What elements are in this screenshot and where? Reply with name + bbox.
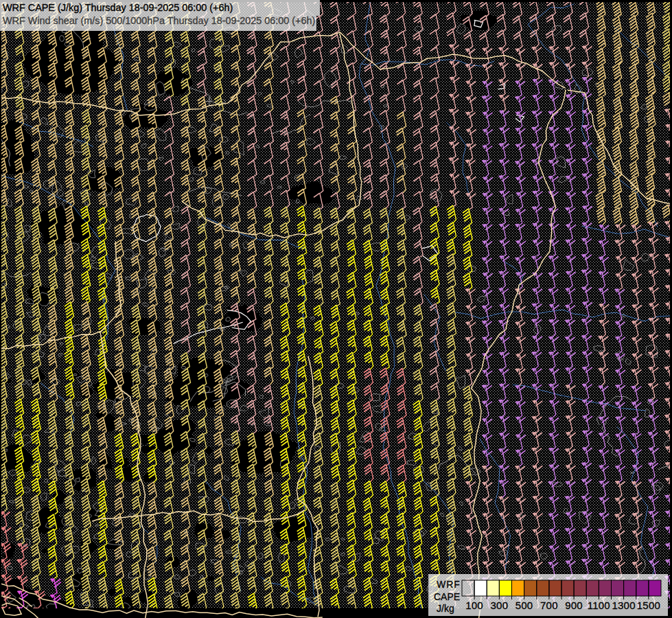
svg-text:J/kg: J/kg: [437, 603, 454, 614]
svg-text:700: 700: [540, 599, 558, 611]
svg-text:1500: 1500: [637, 599, 660, 611]
svg-text:1100: 1100: [588, 599, 610, 611]
svg-text:CAPE: CAPE: [434, 591, 460, 602]
svg-text:300: 300: [491, 599, 509, 611]
svg-text:WRF CAPE (J/kg) Thursday 18-09: WRF CAPE (J/kg) Thursday 18-09-2025 06:0…: [3, 2, 233, 13]
svg-text:1300: 1300: [612, 599, 636, 611]
svg-text:WRF: WRF: [437, 579, 461, 590]
svg-text:900: 900: [565, 599, 583, 611]
svg-text:WRF Wind shear (m/s) 500/1000h: WRF Wind shear (m/s) 500/1000hPa Thursda…: [3, 15, 315, 26]
svg-text:500: 500: [515, 599, 533, 611]
svg-text:100: 100: [465, 599, 483, 611]
